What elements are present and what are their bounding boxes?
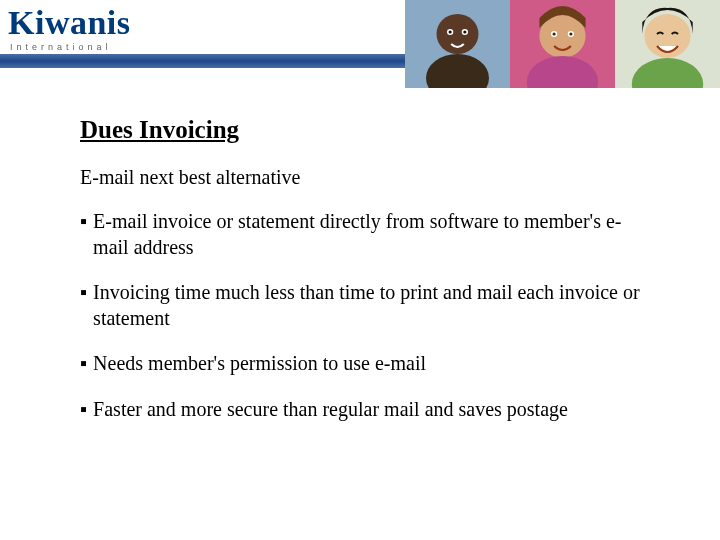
svg-point-12 bbox=[553, 33, 556, 36]
logo-subtext: International bbox=[10, 42, 131, 52]
slide-header: Kiwanis International bbox=[0, 0, 720, 88]
bullet-item: ▪ Faster and more secure than regular ma… bbox=[80, 397, 650, 423]
bullet-marker-icon: ▪ bbox=[80, 209, 87, 260]
header-accent-bar bbox=[0, 54, 405, 68]
bullet-text: Needs member's permission to use e-mail bbox=[93, 351, 650, 377]
bullet-marker-icon: ▪ bbox=[80, 351, 87, 377]
header-photo-strip bbox=[405, 0, 720, 88]
svg-point-13 bbox=[569, 33, 572, 36]
logo: Kiwanis International bbox=[8, 6, 131, 52]
svg-point-6 bbox=[463, 31, 466, 34]
slide-title: Dues Invoicing bbox=[80, 116, 650, 144]
header-photo-2 bbox=[510, 0, 615, 88]
bullet-item: ▪ E-mail invoice or statement directly f… bbox=[80, 209, 650, 260]
slide-subtitle: E-mail next best alternative bbox=[80, 166, 650, 189]
bullet-marker-icon: ▪ bbox=[80, 397, 87, 423]
header-photo-1 bbox=[405, 0, 510, 88]
bullet-item: ▪ Invoicing time much less than time to … bbox=[80, 280, 650, 331]
svg-point-5 bbox=[449, 31, 452, 34]
bullet-text: Invoicing time much less than time to pr… bbox=[93, 280, 650, 331]
slide-content: Dues Invoicing E-mail next best alternat… bbox=[0, 88, 720, 423]
bullet-marker-icon: ▪ bbox=[80, 280, 87, 331]
header-photo-3 bbox=[615, 0, 720, 88]
bullet-text: Faster and more secure than regular mail… bbox=[93, 397, 650, 423]
bullet-text: E-mail invoice or statement directly fro… bbox=[93, 209, 650, 260]
bullet-item: ▪ Needs member's permission to use e-mai… bbox=[80, 351, 650, 377]
bullet-list: ▪ E-mail invoice or statement directly f… bbox=[80, 209, 650, 423]
logo-wordmark: Kiwanis bbox=[8, 6, 131, 40]
